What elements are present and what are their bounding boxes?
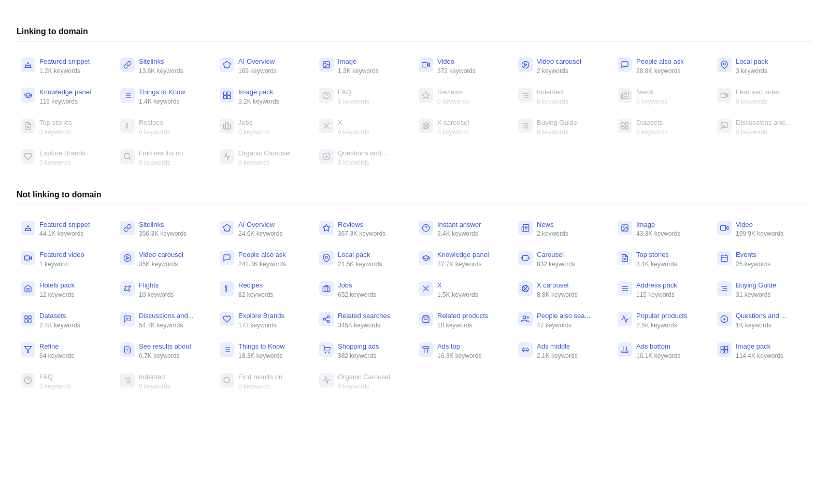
list-item[interactable]: Sitelinks13.6K keywords [116, 52, 216, 80]
list-item[interactable]: AI Overview169 keywords [216, 52, 315, 80]
list-item[interactable]: News0 keywords [613, 83, 713, 110]
svg-marker-7 [525, 63, 527, 66]
feature-text-container: Video carousel2 keywords [537, 57, 581, 75]
list-item[interactable]: Featured snippet1.2K keywords [17, 52, 116, 80]
list-item[interactable]: People also ask241.3K keywords [216, 246, 315, 273]
list-item[interactable]: Find results on0 keywords [216, 368, 315, 395]
list-item[interactable]: Top stories3.1K keywords [613, 246, 713, 273]
list-item[interactable]: News2 keywords [514, 215, 613, 243]
list-item[interactable]: Instant answer3.4K keywords [414, 215, 514, 243]
list-item[interactable]: Image pack3.2K keywords [216, 83, 315, 110]
list-item[interactable]: Indented0 keywords [514, 83, 613, 110]
list-item[interactable]: Featured snippet44.1K keywords [17, 215, 116, 243]
list-item[interactable]: Carousel832 keywords [514, 246, 613, 273]
feature-count: 0 keywords [537, 128, 577, 136]
list-item[interactable]: Image1.3K keywords [315, 52, 414, 80]
list-item[interactable]: Video carousel2 keywords [514, 52, 613, 80]
list-item[interactable]: Organic Carousel0 keywords [315, 368, 414, 395]
feature-text-container: Local pack21.5K keywords [338, 251, 382, 268]
list-item[interactable]: Datasets2.4K keywords [17, 307, 116, 334]
list-item[interactable]: Explore Brands173 keywords [216, 307, 315, 334]
list-item[interactable]: Top stories0 keywords [17, 113, 116, 141]
list-item[interactable]: Things to Know1.4K keywords [116, 83, 216, 110]
list-item[interactable]: Related products20 keywords [414, 307, 514, 334]
feature-name: Image pack [238, 88, 279, 97]
list-item[interactable]: Buying Guide31 keywords [713, 276, 812, 304]
feature-count: 8.8K keywords [537, 291, 578, 298]
list-item[interactable]: Featured video1 keyword [17, 246, 116, 273]
feature-name: Organic Carousel [338, 373, 390, 382]
list-item[interactable]: Things to Know18.3K keywords [216, 337, 315, 365]
list-item[interactable]: FAQ0 keywords [17, 368, 116, 395]
list-item[interactable]: Reviews0 keywords [414, 83, 514, 110]
list-item[interactable]: Buying Guide0 keywords [514, 113, 613, 141]
feature-name: AI Overview [238, 221, 282, 229]
list-item[interactable]: Knowledge panel37.7K keywords [414, 246, 514, 273]
feature-name: Indented [139, 373, 170, 382]
dataset-icon [618, 119, 632, 133]
list-item[interactable]: Organic Carousel0 keywords [216, 144, 315, 171]
list-item[interactable]: Video199.9K keywords [713, 215, 812, 243]
feature-count: 1.2K keywords [39, 67, 90, 75]
brands-icon [21, 149, 35, 164]
ads-icon [419, 342, 433, 357]
list-item[interactable]: Ads middle2.1K keywords [514, 337, 613, 365]
list-item[interactable]: FAQ0 keywords [315, 83, 414, 110]
feature-count: 13.6K keywords [139, 67, 183, 75]
feature-name: Image pack [736, 342, 783, 351]
list-item[interactable]: Image43.3K keywords [613, 215, 713, 243]
list-item[interactable]: People also ask28.8K keywords [613, 52, 713, 80]
list-item[interactable]: X carousel8.8K keywords [514, 276, 613, 304]
feature-text-container: Address pack115 keywords [636, 281, 677, 298]
list-item[interactable]: X carousel0 keywords [414, 113, 514, 141]
list-item[interactable]: Events25 keywords [713, 246, 812, 273]
list-item[interactable]: Datasets0 keywords [613, 113, 713, 141]
list-item[interactable]: Hotels pack12 keywords [17, 276, 116, 304]
list-item[interactable]: Video carousel35K keywords [116, 246, 216, 273]
list-item[interactable]: AI Overview24.6K keywords [216, 215, 315, 243]
list-item[interactable]: Related searches345K keywords [315, 307, 414, 334]
list-item[interactable]: Recipes0 keywords [116, 113, 216, 141]
feature-count: 82 keywords [238, 291, 273, 298]
list-item[interactable]: Image pack114.4K keywords [713, 337, 812, 365]
list-item[interactable]: Ads top16.3K keywords [414, 337, 514, 365]
list-item[interactable]: Reviews367.3K keywords [315, 215, 414, 243]
list-item[interactable]: People also sea...47 keywords [514, 307, 613, 334]
list-item[interactable]: X0 keywords [315, 113, 414, 141]
list-item[interactable]: Popular products2.5K keywords [613, 307, 713, 334]
feature-text-container: Hotels pack12 keywords [39, 281, 75, 298]
list-item[interactable]: Local pack21.5K keywords [315, 246, 414, 273]
question-icon [319, 88, 334, 103]
star-icon [319, 221, 334, 235]
list-item[interactable]: Knowledge panel116 keywords [17, 83, 116, 110]
list-item[interactable]: Sitelinks356.3K keywords [116, 215, 216, 243]
feature-text-container: Buying Guide31 keywords [736, 281, 776, 298]
list-item[interactable]: Explore Brands0 keywords [17, 144, 116, 171]
list-item[interactable]: Flights10 keywords [116, 276, 216, 304]
feature-name: See results about [139, 342, 191, 351]
list-item[interactable]: Questions and ...0 keywords [315, 144, 414, 171]
list-item[interactable]: Address pack115 keywords [613, 276, 713, 304]
list-item[interactable]: Refine64 keywords [17, 337, 116, 365]
list-item[interactable]: Indented0 keywords [116, 368, 216, 395]
list-item[interactable]: X1.5K keywords [414, 276, 514, 304]
list-item[interactable]: Video372 keywords [414, 52, 514, 80]
list-item[interactable]: Local pack3 keywords [713, 52, 812, 80]
list-item[interactable]: Featured video0 keywords [713, 83, 812, 110]
list-item[interactable]: Recipes82 keywords [216, 276, 315, 304]
list-item[interactable]: Jobs0 keywords [216, 113, 315, 141]
feature-name: X [437, 281, 478, 290]
list-item[interactable]: Find results on0 keywords [116, 144, 216, 171]
list-item[interactable]: Discussions and...0 keywords [713, 113, 812, 141]
list-item[interactable]: Questions and ...1K keywords [713, 307, 812, 334]
briefcase-icon [319, 281, 334, 296]
list-item[interactable]: Jobs652 keywords [315, 276, 414, 304]
feature-count: 43.3K keywords [636, 230, 680, 237]
list-item[interactable]: Ads bottom16.1K keywords [613, 337, 713, 365]
list-item[interactable]: See results about6.7K keywords [116, 337, 216, 365]
x-carousel-icon [518, 281, 533, 296]
list-item[interactable]: Shopping ads382 keywords [315, 337, 414, 365]
feature-text-container: People also ask241.3K keywords [238, 251, 286, 268]
list-item[interactable]: Discussions and...54.7K keywords [116, 307, 216, 334]
feature-text-container: Featured video1 keyword [39, 251, 84, 268]
